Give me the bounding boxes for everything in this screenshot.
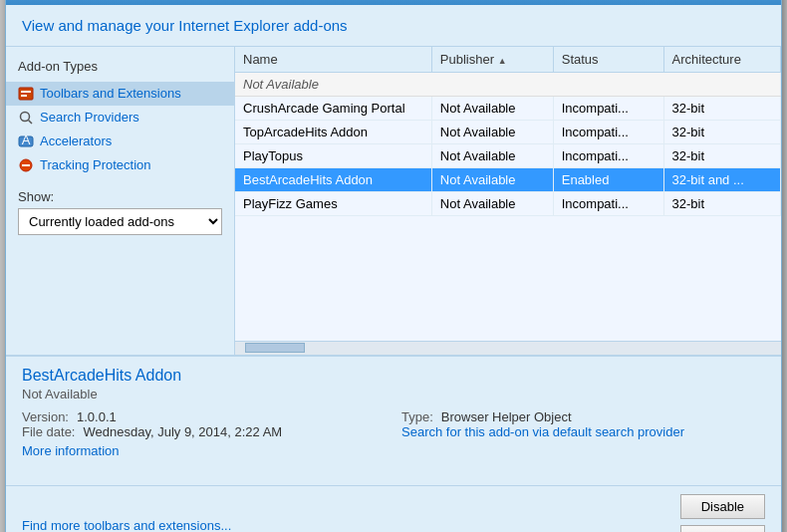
scrollbar-thumb[interactable]	[245, 343, 305, 353]
row-architecture: 32-bit	[663, 96, 780, 120]
search-icon	[18, 110, 34, 126]
table-row[interactable]: PlayFizz Games Not Available Incompati..…	[235, 191, 781, 215]
right-panel: Name Publisher ▲ Status Architecture	[235, 47, 781, 355]
row-status: Incompati...	[553, 191, 663, 215]
col-publisher[interactable]: Publisher ▲	[431, 47, 553, 73]
row-publisher: Not Available	[431, 191, 553, 215]
filedate-key: File date:	[22, 424, 75, 439]
row-name: BestArcadeHits Addon	[235, 167, 431, 191]
table-container[interactable]: Name Publisher ▲ Status Architecture	[235, 47, 781, 341]
horizontal-scrollbar[interactable]	[235, 341, 781, 355]
version-value: 1.0.0.1	[77, 409, 117, 424]
content-area: Add-on Types Toolbars and Extensions Sea…	[6, 47, 781, 356]
row-architecture: 32-bit	[663, 191, 780, 215]
detail-title: BestArcadeHits Addon	[22, 367, 765, 385]
disable-button[interactable]: Disable	[680, 494, 765, 519]
sidebar-label-search: Search Providers	[40, 110, 139, 125]
addons-table: Name Publisher ▲ Status Architecture	[235, 47, 781, 216]
footer-buttons: Disable Close	[680, 494, 765, 533]
detail-version-row: Version: 1.0.0.1	[22, 409, 386, 424]
detail-panel: BestArcadeHits Addon Not Available Versi…	[6, 356, 781, 485]
row-publisher: Not Available	[431, 120, 553, 143]
sidebar-label-toolbars: Toolbars and Extensions	[40, 86, 181, 101]
detail-grid: Version: 1.0.0.1 File date: Wednesday, J…	[22, 409, 765, 439]
row-architecture: 32-bit	[663, 143, 780, 167]
row-architecture: 32-bit	[663, 120, 780, 143]
col-status[interactable]: Status	[553, 47, 663, 73]
version-key: Version:	[22, 409, 69, 424]
col-architecture[interactable]: Architecture	[663, 47, 780, 73]
row-publisher: Not Available	[431, 167, 553, 191]
sidebar-item-toolbars[interactable]: Toolbars and Extensions	[6, 82, 234, 106]
header-text: View and manage your Internet Explorer a…	[22, 17, 348, 34]
svg-point-3	[21, 112, 30, 121]
col-name[interactable]: Name	[235, 47, 431, 73]
detail-right: Type: Browser Helper Object Search for t…	[401, 409, 765, 439]
section-not-available: Not Available	[235, 72, 781, 96]
detail-type-row: Type: Browser Helper Object	[401, 409, 765, 424]
row-publisher: Not Available	[431, 96, 553, 120]
type-key: Type:	[401, 409, 433, 424]
accelerators-icon: A	[18, 133, 34, 149]
row-architecture: 32-bit and ...	[663, 167, 780, 191]
sidebar-item-search[interactable]: Search Providers	[6, 106, 234, 130]
footer-area: Find more toolbars and extensions... Lea…	[6, 485, 781, 533]
find-toolbars-link[interactable]: Find more toolbars and extensions...	[22, 518, 265, 533]
section-label: Not Available	[235, 72, 781, 96]
row-name: TopArcadeHits Addon	[235, 120, 431, 143]
type-value: Browser Helper Object	[441, 409, 572, 424]
svg-text:A: A	[22, 133, 31, 147]
show-label: Show:	[6, 177, 234, 208]
sort-arrow: ▲	[498, 56, 507, 66]
detail-search-row: Search for this add-on via default searc…	[401, 424, 765, 439]
sidebar-label-accelerators: Accelerators	[40, 133, 112, 148]
row-publisher: Not Available	[431, 143, 553, 167]
detail-subtitle: Not Available	[22, 387, 765, 401]
toolbars-icon	[18, 86, 34, 102]
detail-filedate-row: File date: Wednesday, July 9, 2014, 2:22…	[22, 424, 386, 439]
table-row[interactable]: TopArcadeHits Addon Not Available Incomp…	[235, 120, 781, 143]
sidebar-item-accelerators[interactable]: A Accelerators	[6, 130, 234, 153]
svg-rect-2	[21, 95, 27, 97]
sidebar-item-tracking[interactable]: Tracking Protection	[6, 153, 234, 177]
close-button[interactable]: Close	[680, 525, 765, 533]
table-row[interactable]: CrushArcade Gaming Portal Not Available …	[235, 96, 781, 120]
table-row-selected[interactable]: BestArcadeHits Addon Not Available Enabl…	[235, 167, 781, 191]
filedate-value: Wednesday, July 9, 2014, 2:22 AM	[83, 424, 282, 439]
svg-rect-1	[21, 91, 31, 93]
addon-types-label: Add-on Types	[6, 55, 234, 82]
row-name: PlayFizz Games	[235, 191, 431, 215]
svg-rect-0	[19, 88, 33, 100]
manage-addons-window: Manage Add-ons ✕ View and manage your In…	[5, 0, 782, 532]
more-info-link[interactable]: More information	[22, 443, 765, 458]
row-name: CrushArcade Gaming Portal	[235, 96, 431, 120]
row-status: Incompati...	[553, 96, 663, 120]
search-addon-link[interactable]: Search for this add-on via default searc…	[401, 424, 684, 439]
row-status: Incompati...	[553, 143, 663, 167]
detail-left: Version: 1.0.0.1 File date: Wednesday, J…	[22, 409, 386, 439]
tracking-icon	[18, 157, 34, 173]
row-name: PlayTopus	[235, 143, 431, 167]
left-panel: Add-on Types Toolbars and Extensions Sea…	[6, 47, 235, 355]
row-status: Incompati...	[553, 120, 663, 143]
show-dropdown[interactable]: Currently loaded add-ons All add-ons Run…	[18, 208, 222, 235]
table-row[interactable]: PlayTopus Not Available Incompati... 32-…	[235, 143, 781, 167]
sidebar-label-tracking: Tracking Protection	[40, 157, 151, 172]
footer-links: Find more toolbars and extensions... Lea…	[22, 518, 265, 533]
row-status: Enabled	[553, 167, 663, 191]
header-bar: View and manage your Internet Explorer a…	[6, 5, 781, 47]
svg-line-4	[29, 120, 33, 124]
